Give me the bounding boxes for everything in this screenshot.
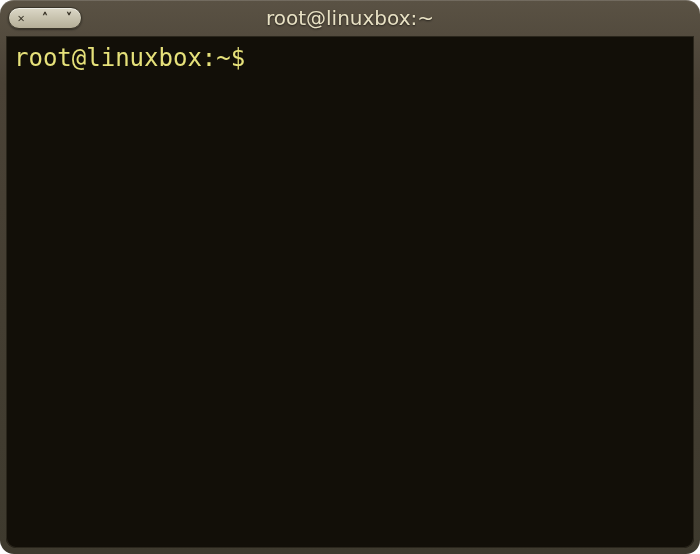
minimize-button[interactable]: ˅ (57, 7, 81, 29)
terminal-body[interactable]: root@linuxbox:~$ (6, 36, 694, 548)
command-input[interactable] (260, 44, 663, 72)
window-title: root@linuxbox:~ (0, 6, 700, 30)
window-controls: ✕ ˄ ˅ (8, 7, 82, 29)
chevron-down-icon: ˅ (66, 11, 72, 25)
close-icon: ✕ (17, 11, 24, 25)
titlebar[interactable]: ✕ ˄ ˅ root@linuxbox:~ (0, 0, 700, 36)
maximize-button[interactable]: ˄ (33, 7, 57, 29)
terminal-window: ✕ ˄ ˅ root@linuxbox:~ root@linuxbox:~$ (0, 0, 700, 554)
prompt-text: root@linuxbox:~$ (14, 44, 260, 72)
close-button[interactable]: ✕ (9, 7, 33, 29)
chevron-up-icon: ˄ (42, 11, 48, 25)
prompt-line: root@linuxbox:~$ (14, 44, 686, 73)
